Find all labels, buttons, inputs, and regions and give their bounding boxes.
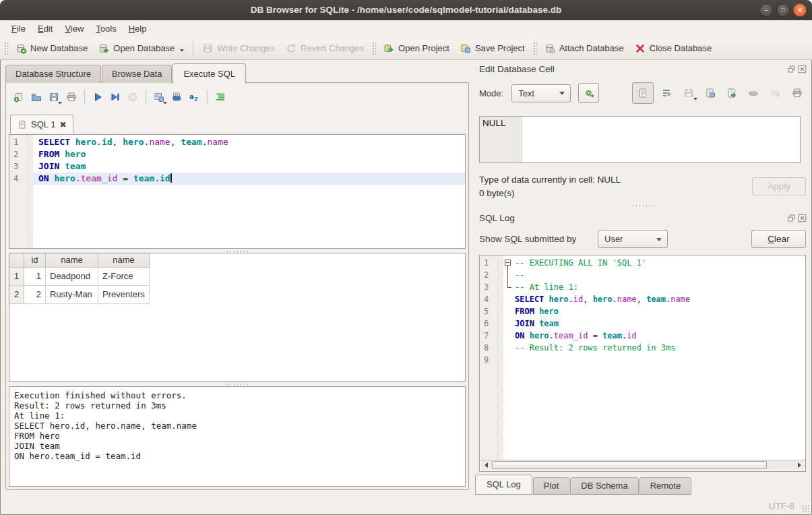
tab-database-structure[interactable]: Database Structure [5,65,101,83]
close-database-icon [635,43,646,54]
results-grid[interactable]: idnamename11DeadpondZ-Force22Rusty-ManPr… [9,253,466,382]
fold-marker-icon [503,269,513,281]
sql-file-tab[interactable]: SQL 1✖ [10,115,73,133]
find-replace-button[interactable] [168,88,185,106]
dropdown-arrow-icon [163,102,167,104]
import-data-button[interactable] [701,84,719,102]
close-panel-button[interactable] [798,214,807,222]
revert-changes-button[interactable]: Revert Changes [280,40,369,57]
log-line: 6JOIN team [480,317,805,330]
column-header-id[interactable]: id [24,253,46,268]
save-project-button[interactable]: Save Project [455,40,530,57]
open-in-external-button[interactable] [745,84,762,102]
dock-tab-plot[interactable]: Plot [533,477,569,495]
toolbar-handle[interactable] [371,41,376,56]
float-panel-button[interactable] [787,65,796,73]
open-sql-file-button[interactable] [28,88,45,106]
dock-tab-sql-log[interactable]: SQL Log [475,475,532,495]
export-data-button[interactable] [723,84,741,102]
auto-apply-button[interactable] [578,83,599,103]
toolbar-label: Write Changes [217,43,275,53]
cell[interactable]: Z-Force [98,268,150,286]
fold-margin [503,330,513,342]
horizontal-scrollbar[interactable] [480,460,805,471]
close-database-button[interactable]: Close Database [629,40,718,57]
splitter-results-message[interactable] [9,382,466,386]
sql-log-view[interactable]: 1-- EXECUTING ALL IN 'SQL 1'2--3-- At li… [479,255,806,472]
execute-line-icon [110,92,121,102]
log-line: 1-- EXECUTING ALL IN 'SQL 1' [480,257,805,269]
database-new-button[interactable]: New Database [10,40,93,57]
toolbar-separator [207,90,208,104]
toolbar-handle[interactable] [3,41,8,56]
open-sql-file-icon [31,92,42,102]
mode-combobox[interactable]: Text [511,84,571,102]
cell-editor[interactable]: NULL [479,116,801,163]
titlebar[interactable]: DB Browser for SQLite - /home/user/code/… [0,0,812,21]
tab-execute-sql[interactable]: Execute SQL [173,63,246,84]
stop-execution-button[interactable] [124,88,142,106]
word-wrap-button[interactable] [658,84,675,102]
maximize-button[interactable]: □ [776,3,790,17]
sql-editor[interactable]: 1SELECT hero.id, hero.name, team.name2FR… [9,134,466,249]
log-filter-combobox[interactable]: User [598,230,668,248]
text-mode-button[interactable] [632,82,654,104]
scroll-left-button[interactable] [480,460,491,470]
save-sql-file-button[interactable] [45,88,63,106]
line-number: 2 [480,269,498,281]
save-results-button[interactable] [150,88,168,106]
grid-corner[interactable] [9,253,24,268]
row-header[interactable]: 2 [9,286,24,304]
column-header-name[interactable]: name [46,253,98,268]
close-window-button[interactable]: ✕ [793,3,807,17]
close-panel-button[interactable] [798,65,807,73]
row-header[interactable]: 1 [9,268,24,286]
dock-tab-remote[interactable]: Remote [639,477,692,495]
fold-margin [503,354,513,366]
toolbar-handle[interactable] [532,41,537,56]
fold-marker-icon[interactable] [503,257,513,269]
toolbar-label: Attach Database [559,43,624,53]
open-in-external-icon [748,88,759,98]
print-icon [66,92,77,102]
scroll-right-button[interactable] [794,460,805,470]
app-window: DB Browser for SQLite - /home/user/code/… [0,0,812,515]
scrollbar-thumb[interactable] [492,461,767,469]
menu-file[interactable]: File [5,22,32,36]
minimize-button[interactable]: − [759,3,773,17]
cell[interactable]: Preventers [98,286,150,304]
column-header-name[interactable]: name [98,253,150,268]
tab-browse-data[interactable]: Browse Data [102,65,172,83]
open-project-button[interactable]: Open Project [378,40,455,57]
print-button[interactable] [63,88,80,106]
cell[interactable]: 2 [24,286,46,304]
close-tab-icon[interactable]: ✖ [59,121,66,129]
menu-tools[interactable]: Tools [90,22,122,36]
menu-help[interactable]: Help [123,22,153,36]
dock-tab-db-schema[interactable]: DB Schema [570,477,638,495]
float-panel-button[interactable] [787,214,796,222]
cell[interactable]: Rusty-Man [46,286,98,304]
apply-button[interactable]: Apply [752,177,806,195]
database-open-button[interactable]: Open Database [93,40,189,57]
save-cell-button[interactable] [680,84,697,102]
clear-log-button[interactable]: Clear [751,230,806,248]
cell[interactable]: 1 [24,268,46,286]
execution-message[interactable]: Execution finished without errors. Resul… [9,386,466,487]
resize-grip[interactable] [802,505,810,513]
format-sql-button[interactable] [212,88,229,106]
execute-all-icon [92,92,103,102]
splitter-cell-log[interactable] [474,203,812,208]
autocomplete-button[interactable]: az [185,88,203,106]
set-null-button[interactable] [767,84,784,102]
new-sql-tab-button[interactable] [10,88,28,106]
menu-view[interactable]: View [59,22,90,36]
menu-edit[interactable]: Edit [32,22,59,36]
write-changes-button[interactable]: Write Changes [197,40,280,57]
execute-line-button[interactable] [106,88,124,106]
attach-database-button[interactable]: Attach Database [539,40,629,57]
execute-all-button[interactable] [89,88,106,106]
print-cell-button[interactable] [788,84,806,102]
cell[interactable]: Deadpond [46,268,98,286]
export-data-icon [726,88,737,98]
